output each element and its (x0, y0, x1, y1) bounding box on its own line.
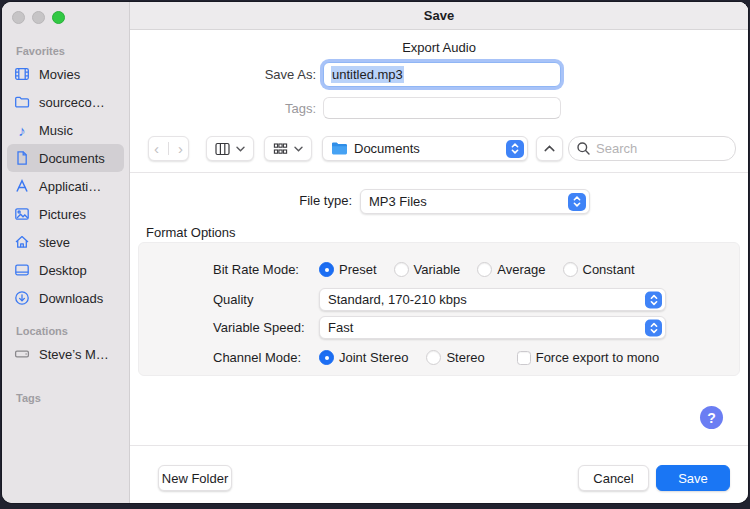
dialog-main: Save Export Audio Save As: untitled.mp3 … (130, 2, 748, 503)
sidebar-item-label: Documents (39, 151, 105, 166)
column-view-icon (215, 142, 230, 156)
document-icon (12, 150, 32, 166)
film-icon (12, 66, 32, 82)
sidebar-item-label: sourceco… (39, 95, 105, 110)
sidebar-item-home[interactable]: steve (7, 228, 124, 256)
hard-drive-icon (12, 346, 32, 362)
updown-chevron-icon (645, 291, 662, 308)
radio-label: Average (497, 262, 545, 277)
location-value: Documents (354, 141, 420, 156)
sidebar-item-documents[interactable]: Documents (7, 144, 124, 172)
home-icon (12, 234, 32, 250)
channel-mode-options: Joint Stereo Stereo Force export to mono (319, 350, 659, 365)
sidebar-item-applications[interactable]: Applicati… (7, 172, 124, 200)
radio-label: Stereo (446, 350, 484, 365)
save-dialog-window: Favorites Movies sourceco… ♪ (2, 2, 748, 503)
filename-selected-text: untitled.mp3 (331, 66, 404, 83)
dialog-subtitle: Export Audio (130, 40, 748, 55)
file-type-value: MP3 Files (369, 194, 427, 209)
forward-button[interactable]: › (175, 141, 186, 156)
location-select[interactable]: Documents (322, 136, 528, 161)
updown-chevron-icon (568, 193, 586, 211)
help-button[interactable]: ? (700, 406, 723, 429)
sidebar-section-favorites: Favorites (16, 45, 129, 57)
sidebar-item-pictures[interactable]: Pictures (7, 200, 124, 228)
radio-label: Variable (414, 262, 461, 277)
force-mono-option[interactable]: Force export to mono (517, 350, 660, 365)
updown-chevron-icon (506, 140, 524, 158)
photo-icon (12, 206, 32, 222)
file-type-select[interactable]: MP3 Files (360, 189, 590, 214)
sidebar-item-steves-mac[interactable]: Steve’s M… (7, 340, 124, 368)
new-folder-button[interactable]: New Folder (158, 465, 232, 491)
sidebar-item-label: Movies (39, 67, 80, 82)
variable-speed-label: Variable Speed: (213, 320, 305, 335)
window-title: Save (424, 8, 454, 23)
finder-toolbar: ‹ › (130, 136, 748, 161)
search-input[interactable] (568, 136, 736, 161)
radio-average[interactable]: Average (477, 262, 545, 277)
tags-input[interactable] (323, 97, 561, 119)
variable-speed-select[interactable]: Fast (319, 316, 666, 339)
format-options-title: Format Options (146, 225, 236, 240)
file-type-label: File type: (130, 193, 352, 208)
force-mono-checkbox[interactable] (517, 351, 531, 365)
tags-label: Tags: (130, 101, 316, 116)
bit-rate-mode-label: Bit Rate Mode: (213, 262, 299, 277)
cancel-button[interactable]: Cancel (578, 465, 649, 491)
sidebar-item-sourcecode[interactable]: sourceco… (7, 88, 124, 116)
radio-icon (477, 262, 492, 277)
bit-rate-mode-options: Preset Variable Average Constant (319, 262, 635, 277)
zoom-button[interactable] (52, 11, 65, 24)
history-nav: ‹ › (148, 136, 189, 161)
sidebar-item-label: Applicati… (39, 179, 101, 194)
sidebar-item-label: Downloads (39, 291, 103, 306)
radio-preset[interactable]: Preset (319, 262, 377, 277)
column-view-button[interactable] (206, 136, 254, 161)
sidebar-item-music[interactable]: ♪ Music (7, 116, 124, 144)
radio-icon (563, 262, 578, 277)
applications-icon (12, 178, 32, 194)
radio-label: Constant (583, 262, 635, 277)
radio-joint-stereo[interactable]: Joint Stereo (319, 350, 408, 365)
back-button[interactable]: ‹ (151, 141, 162, 156)
save-button[interactable]: Save (656, 465, 730, 491)
minimize-button[interactable] (32, 11, 45, 24)
radio-stereo[interactable]: Stereo (426, 350, 484, 365)
folder-icon (331, 142, 348, 156)
quality-label: Quality (213, 292, 253, 307)
group-view-icon (273, 142, 288, 156)
toolbar-separator (130, 172, 748, 173)
search-field-wrap (568, 136, 736, 161)
sidebar-item-desktop[interactable]: Desktop (7, 256, 124, 284)
close-button[interactable] (12, 11, 25, 24)
sidebar-item-label: Desktop (39, 263, 87, 278)
radio-icon (319, 262, 334, 277)
radio-icon (319, 350, 334, 365)
radio-constant[interactable]: Constant (563, 262, 635, 277)
filename-input[interactable]: untitled.mp3 (323, 62, 561, 87)
chevron-up-icon (544, 145, 555, 152)
quality-value: Standard, 170-210 kbps (328, 292, 467, 307)
channel-mode-label: Channel Mode: (213, 350, 301, 365)
updown-chevron-icon (645, 319, 662, 336)
group-view-button[interactable] (264, 136, 312, 161)
up-directory-button[interactable] (536, 136, 563, 161)
radio-icon (426, 350, 441, 365)
folder-icon (12, 94, 32, 110)
sidebar-item-movies[interactable]: Movies (7, 60, 124, 88)
radio-variable[interactable]: Variable (394, 262, 461, 277)
sidebar-item-label: Steve’s M… (39, 347, 109, 362)
format-options-group: Bit Rate Mode: Preset Variable Average (138, 242, 740, 376)
footer-separator (130, 445, 748, 446)
sidebar: Favorites Movies sourceco… ♪ (2, 2, 130, 503)
radio-label: Preset (339, 262, 377, 277)
sidebar-item-label: Music (39, 123, 73, 138)
sidebar-item-label: Pictures (39, 207, 86, 222)
title-bar: Save (130, 2, 748, 30)
search-icon (576, 141, 591, 156)
sidebar-item-downloads[interactable]: Downloads (7, 284, 124, 312)
nav-divider (168, 142, 169, 155)
save-as-label: Save As: (130, 67, 316, 82)
quality-select[interactable]: Standard, 170-210 kbps (319, 288, 666, 311)
